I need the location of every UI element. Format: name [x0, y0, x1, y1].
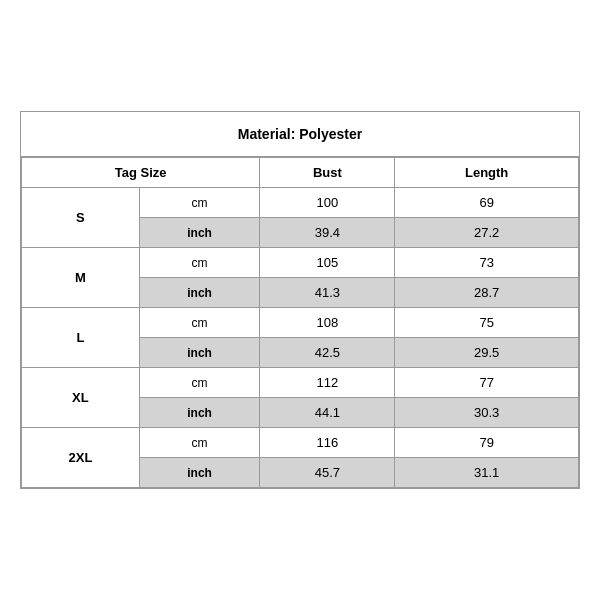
length-inch: 30.3	[395, 398, 579, 428]
unit-cm: cm	[139, 308, 260, 338]
size-label: S	[22, 188, 140, 248]
bust-inch: 45.7	[260, 458, 395, 488]
unit-inch: inch	[139, 218, 260, 248]
length-inch: 29.5	[395, 338, 579, 368]
size-label: M	[22, 248, 140, 308]
unit-cm: cm	[139, 428, 260, 458]
unit-inch: inch	[139, 278, 260, 308]
length-cm: 69	[395, 188, 579, 218]
length-inch: 31.1	[395, 458, 579, 488]
unit-inch: inch	[139, 398, 260, 428]
bust-inch: 41.3	[260, 278, 395, 308]
length-inch: 28.7	[395, 278, 579, 308]
bust-cm: 108	[260, 308, 395, 338]
length-cm: 75	[395, 308, 579, 338]
chart-title: Material: Polyester	[21, 112, 579, 157]
bust-cm: 112	[260, 368, 395, 398]
table-row: Scm10069	[22, 188, 579, 218]
length-header: Length	[395, 158, 579, 188]
table-row: 2XLcm11679	[22, 428, 579, 458]
bust-inch: 44.1	[260, 398, 395, 428]
bust-inch: 39.4	[260, 218, 395, 248]
size-chart-container: Material: Polyester Tag Size Bust Length…	[20, 111, 580, 489]
table-row: Lcm10875	[22, 308, 579, 338]
unit-inch: inch	[139, 458, 260, 488]
length-cm: 73	[395, 248, 579, 278]
length-cm: 77	[395, 368, 579, 398]
unit-cm: cm	[139, 188, 260, 218]
unit-inch: inch	[139, 338, 260, 368]
size-label: XL	[22, 368, 140, 428]
bust-cm: 100	[260, 188, 395, 218]
unit-cm: cm	[139, 248, 260, 278]
size-label: L	[22, 308, 140, 368]
bust-cm: 105	[260, 248, 395, 278]
tag-size-header: Tag Size	[22, 158, 260, 188]
bust-inch: 42.5	[260, 338, 395, 368]
unit-cm: cm	[139, 368, 260, 398]
bust-header: Bust	[260, 158, 395, 188]
bust-cm: 116	[260, 428, 395, 458]
table-row: Mcm10573	[22, 248, 579, 278]
length-inch: 27.2	[395, 218, 579, 248]
size-label: 2XL	[22, 428, 140, 488]
table-row: XLcm11277	[22, 368, 579, 398]
size-table: Tag Size Bust Length Scm10069inch39.427.…	[21, 157, 579, 488]
length-cm: 79	[395, 428, 579, 458]
